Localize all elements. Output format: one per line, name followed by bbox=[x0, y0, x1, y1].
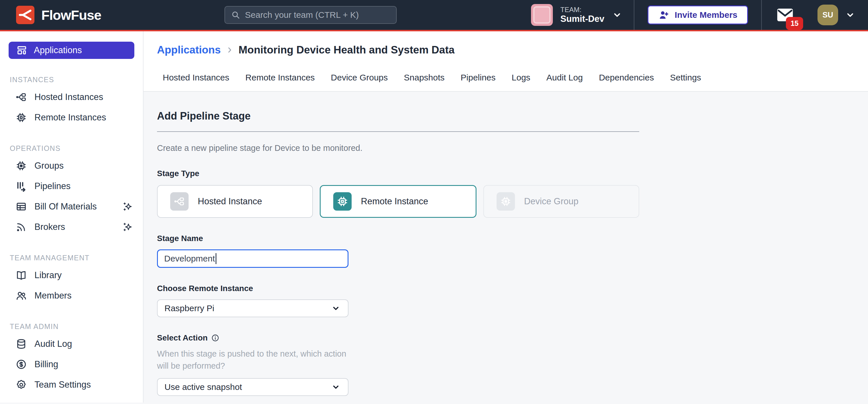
hosted-instances-icon bbox=[16, 91, 27, 103]
applications-icon bbox=[16, 45, 28, 56]
flowfuse-logo[interactable]: FlowFuse bbox=[16, 6, 101, 24]
brand-name: FlowFuse bbox=[41, 7, 101, 23]
stage-name-input[interactable]: Development bbox=[157, 250, 348, 268]
team-search-box[interactable] bbox=[224, 6, 397, 24]
sidebar-item-groups[interactable]: Groups bbox=[9, 155, 134, 176]
chevron-down-icon bbox=[331, 304, 340, 313]
tab-remote-instances[interactable]: Remote Instances bbox=[245, 73, 315, 83]
notifications-button[interactable]: 15 bbox=[776, 7, 794, 22]
device-group-icon bbox=[497, 192, 515, 211]
sidebar-item-members[interactable]: Members bbox=[9, 285, 134, 306]
card-label: Hosted Instance bbox=[198, 196, 262, 207]
info-icon[interactable] bbox=[211, 334, 220, 342]
sidebar-item-label: Members bbox=[34, 290, 71, 301]
application-tabs: Hosted Instances Remote Instances Device… bbox=[163, 73, 868, 91]
invite-members-label: Invite Members bbox=[675, 10, 737, 20]
sidebar-item-label: Hosted Instances bbox=[34, 92, 103, 102]
team-label: TEAM: bbox=[560, 6, 604, 14]
select-action-label: Select Action bbox=[157, 333, 208, 343]
tab-device-groups[interactable]: Device Groups bbox=[331, 73, 388, 83]
action-select[interactable]: Use active snapshot bbox=[157, 378, 348, 396]
sidebar-item-label: Brokers bbox=[34, 222, 115, 232]
card-label: Device Group bbox=[524, 196, 579, 207]
sidebar-item-label: Team Settings bbox=[34, 380, 91, 390]
tab-settings[interactable]: Settings bbox=[670, 73, 701, 83]
gear-icon bbox=[16, 379, 27, 391]
team-avatar bbox=[531, 4, 553, 26]
users-icon bbox=[16, 290, 27, 301]
search-input[interactable] bbox=[245, 10, 391, 20]
chevron-right-icon bbox=[225, 46, 234, 54]
tab-hosted-instances[interactable]: Hosted Instances bbox=[163, 73, 229, 83]
flowfuse-logo-icon bbox=[16, 6, 34, 24]
breadcrumb: Applications Monitoring Device Health an… bbox=[157, 44, 868, 56]
title-divider bbox=[157, 131, 639, 132]
breadcrumb-applications-link[interactable]: Applications bbox=[157, 44, 221, 56]
navbar-divider bbox=[761, 0, 762, 30]
sidebar-item-team-settings[interactable]: Team Settings bbox=[9, 374, 134, 395]
stage-type-remote-instance[interactable]: Remote Instance bbox=[320, 185, 476, 218]
broker-rss-icon bbox=[16, 221, 27, 233]
add-pipeline-stage-form: Add Pipeline Stage Create a new pipeline… bbox=[157, 110, 639, 404]
sidebar-item-pipelines[interactable]: Pipelines bbox=[9, 176, 134, 196]
chevron-down-icon bbox=[612, 10, 622, 20]
text-cursor bbox=[216, 253, 216, 264]
navbar-divider bbox=[634, 0, 634, 30]
stage-type-hosted-instance[interactable]: Hosted Instance bbox=[157, 185, 313, 218]
sidebar-item-brokers[interactable]: Brokers bbox=[9, 217, 134, 237]
content-area: Add Pipeline Stage Create a new pipeline… bbox=[144, 92, 868, 404]
top-navbar: FlowFuse TEAM: Sumit-Dev Invite Members bbox=[0, 0, 868, 31]
page-header: Applications Monitoring Device Health an… bbox=[144, 31, 868, 92]
sidebar-item-billing[interactable]: Billing bbox=[9, 354, 134, 374]
book-icon bbox=[16, 269, 27, 281]
tab-pipelines[interactable]: Pipelines bbox=[461, 73, 496, 83]
sidebar-item-label: Pipelines bbox=[34, 181, 71, 191]
remote-instance-select[interactable]: Raspberry Pi bbox=[157, 299, 348, 317]
cpu-chip-icon bbox=[16, 112, 27, 123]
sidebar: Applications INSTANCES Hosted Instances … bbox=[0, 31, 144, 403]
notification-count-badge: 15 bbox=[786, 17, 803, 30]
sidebar-item-label: Remote Instances bbox=[34, 112, 106, 123]
cpu-chip-icon bbox=[333, 192, 352, 211]
tab-logs[interactable]: Logs bbox=[512, 73, 530, 83]
stage-type-label: Stage Type bbox=[157, 169, 639, 178]
sidebar-item-library[interactable]: Library bbox=[9, 265, 134, 285]
sparkles-icon bbox=[122, 222, 133, 232]
sidebar-item-label: Library bbox=[34, 270, 62, 281]
team-name: Sumit-Dev bbox=[560, 14, 604, 24]
invite-members-button[interactable]: Invite Members bbox=[648, 5, 748, 24]
sidebar-section-team-admin: TEAM ADMIN bbox=[10, 322, 134, 331]
device-group-icon bbox=[16, 160, 27, 172]
search-icon bbox=[231, 10, 241, 20]
table-icon bbox=[16, 201, 27, 212]
sidebar-item-remote-instances[interactable]: Remote Instances bbox=[9, 107, 134, 127]
team-selector[interactable]: TEAM: Sumit-Dev bbox=[520, 0, 633, 30]
sidebar-item-label: Billing bbox=[34, 359, 58, 370]
stage-type-options: Hosted Instance Remote Instance Device G… bbox=[157, 185, 639, 218]
user-avatar[interactable]: SU bbox=[817, 5, 838, 25]
sidebar-item-audit-log[interactable]: Audit Log bbox=[9, 334, 134, 354]
chevron-down-icon bbox=[331, 382, 340, 392]
hosted-instances-icon bbox=[170, 192, 189, 211]
dollar-circle-icon bbox=[16, 358, 27, 370]
sidebar-item-applications[interactable]: Applications bbox=[9, 42, 134, 59]
chevron-down-icon[interactable] bbox=[845, 10, 856, 20]
sparkles-icon bbox=[122, 201, 133, 212]
tab-snapshots[interactable]: Snapshots bbox=[404, 73, 445, 83]
database-icon bbox=[16, 338, 27, 350]
sidebar-section-operations: OPERATIONS bbox=[10, 144, 134, 152]
stage-name-label: Stage Name bbox=[157, 234, 639, 243]
sidebar-item-bill-of-materials[interactable]: Bill Of Materials bbox=[9, 196, 134, 217]
sidebar-item-hosted-instances[interactable]: Hosted Instances bbox=[9, 87, 134, 107]
card-label: Remote Instance bbox=[361, 196, 428, 207]
tab-dependencies[interactable]: Dependencies bbox=[599, 73, 654, 83]
page-title: Monitoring Device Health and System Data bbox=[239, 44, 455, 56]
select-action-help: When this stage is pushed to the next, w… bbox=[157, 348, 358, 372]
user-plus-icon bbox=[658, 9, 670, 21]
tab-audit-log[interactable]: Audit Log bbox=[547, 73, 583, 83]
remote-instance-label: Choose Remote Instance bbox=[157, 284, 639, 293]
select-action-label-row: Select Action bbox=[157, 333, 639, 343]
sidebar-item-label: Applications bbox=[34, 45, 82, 55]
pipelines-icon bbox=[16, 180, 27, 192]
sidebar-section-team-management: TEAM MANAGEMENT bbox=[10, 254, 134, 262]
